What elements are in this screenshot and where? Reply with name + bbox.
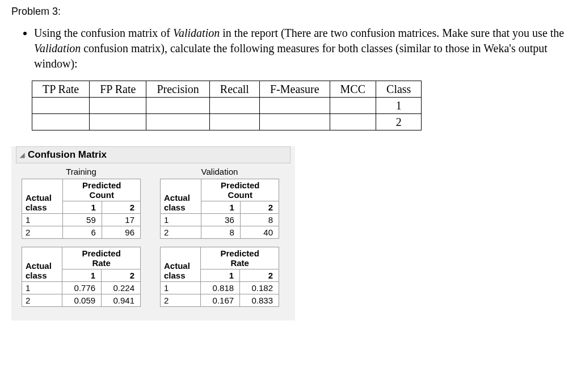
- row-class: 1: [161, 214, 201, 226]
- col-2: 2: [240, 269, 279, 282]
- cell: 0.776: [62, 282, 102, 294]
- cell: [90, 98, 146, 114]
- cell: [146, 98, 209, 114]
- table-row: 2 0.059 0.941: [22, 294, 141, 307]
- cell: 0.182: [240, 282, 279, 294]
- text: Using the confusion matrix of: [34, 27, 173, 39]
- predicted-rate-header: Predicted Rate: [201, 247, 279, 269]
- cell-class: 2: [376, 114, 422, 130]
- col-mcc: MCC: [330, 81, 376, 98]
- table-row: 1 0.776 0.224: [22, 282, 141, 294]
- table-row: 2: [32, 114, 422, 130]
- cell: [209, 98, 259, 114]
- text: Predicted: [65, 180, 138, 190]
- cell: 0.167: [201, 294, 240, 307]
- text: class: [26, 203, 60, 212]
- table-header-row: TP Rate FP Rate Precision Recall F-Measu…: [32, 81, 422, 98]
- table-row: 2 6 96: [22, 226, 141, 239]
- cell: [209, 114, 259, 130]
- confusion-matrix-header: ◢ Confusion Matrix: [16, 146, 290, 163]
- cell: 0.833: [240, 294, 279, 307]
- text-italic: Validation: [173, 27, 220, 39]
- col-1: 1: [63, 201, 102, 214]
- table-row: 1 59 17: [22, 214, 141, 226]
- text: confusion matrix), calculate the followi…: [34, 42, 548, 70]
- cell: [32, 98, 90, 114]
- cell: 17: [102, 214, 140, 226]
- col-recall: Recall: [209, 81, 259, 98]
- cell: [259, 114, 330, 130]
- text: Actual: [26, 261, 60, 271]
- col-precision: Precision: [146, 81, 209, 98]
- cell: [330, 114, 376, 130]
- text: Actual: [26, 193, 60, 203]
- row-class: 2: [22, 294, 62, 307]
- confusion-matrix-panel: ◢ Confusion Matrix Training Actual class…: [11, 146, 295, 321]
- cell: [32, 114, 90, 130]
- actual-class-header: Actual class: [22, 247, 62, 282]
- text: Rate: [203, 258, 276, 268]
- text: Actual: [164, 261, 198, 271]
- cell: 0.818: [201, 282, 240, 294]
- col-class: Class: [376, 81, 422, 98]
- col-2: 2: [240, 201, 279, 214]
- text: Actual: [164, 193, 199, 203]
- training-rate-table: Actual class Predicted Rate 1 2 1 0.776 …: [22, 247, 141, 307]
- cell-class: 1: [376, 98, 422, 114]
- row-class: 2: [161, 294, 201, 307]
- row-class: 2: [161, 226, 201, 239]
- col-2: 2: [102, 201, 140, 214]
- validation-rate-table: Actual class Predicted Rate 1 2 1 0.818 …: [160, 247, 279, 307]
- cell: [90, 114, 146, 130]
- training-column: Training Actual class Predicted Count 1 …: [22, 167, 141, 315]
- col-1: 1: [201, 201, 240, 214]
- cell: 0.224: [102, 282, 141, 294]
- text: in the report (There are two confusion m…: [220, 27, 564, 39]
- row-class: 1: [22, 214, 63, 226]
- section-title: Confusion Matrix: [28, 149, 107, 161]
- col-fp-rate: FP Rate: [90, 81, 146, 98]
- validation-column: Validation Actual class Predicted Count …: [160, 167, 279, 315]
- cell: 0.059: [62, 294, 102, 307]
- cell: 8: [201, 226, 240, 239]
- col-1: 1: [201, 269, 240, 282]
- bullet-item: Using the confusion matrix of Validation…: [34, 26, 570, 71]
- cell: 0.941: [102, 294, 141, 307]
- cell: 96: [102, 226, 140, 239]
- actual-class-header: Actual class: [22, 179, 63, 214]
- predicted-rate-header: Predicted Rate: [62, 247, 141, 269]
- validation-title: Validation: [160, 167, 279, 176]
- text: Rate: [65, 258, 138, 268]
- text: class: [164, 203, 199, 212]
- cell: 40: [240, 226, 279, 239]
- cell: [259, 98, 330, 114]
- row-class: 1: [22, 282, 62, 294]
- predicted-count-header: Predicted Count: [63, 179, 141, 201]
- row-class: 1: [161, 282, 201, 294]
- collapse-icon: ◢: [20, 151, 24, 159]
- text: class: [26, 271, 60, 280]
- col-2: 2: [102, 269, 141, 282]
- problem-title: Problem 3:: [11, 6, 570, 18]
- col-tp-rate: TP Rate: [32, 81, 90, 98]
- predicted-count-header: Predicted Count: [201, 179, 279, 201]
- col-1: 1: [62, 269, 102, 282]
- table-row: 1 36 8: [161, 214, 279, 226]
- validation-count-table: Actual class Predicted Count 1 2 1 36 8: [160, 179, 279, 239]
- text: Predicted: [203, 248, 276, 258]
- training-title: Training: [22, 167, 141, 176]
- text: Count: [65, 190, 138, 200]
- col-f-measure: F-Measure: [259, 81, 330, 98]
- text: class: [164, 271, 198, 280]
- actual-class-header: Actual class: [161, 179, 201, 214]
- cell: 36: [201, 214, 240, 226]
- table-row: 1: [32, 98, 422, 114]
- cell: [330, 98, 376, 114]
- text: Predicted: [204, 180, 276, 190]
- text: Predicted: [65, 248, 138, 258]
- text-italic: Validation: [34, 42, 81, 54]
- row-class: 2: [22, 226, 63, 239]
- cell: 59: [63, 214, 102, 226]
- training-count-table: Actual class Predicted Count 1 2 1 59 17: [22, 179, 141, 239]
- table-row: 1 0.818 0.182: [161, 282, 279, 294]
